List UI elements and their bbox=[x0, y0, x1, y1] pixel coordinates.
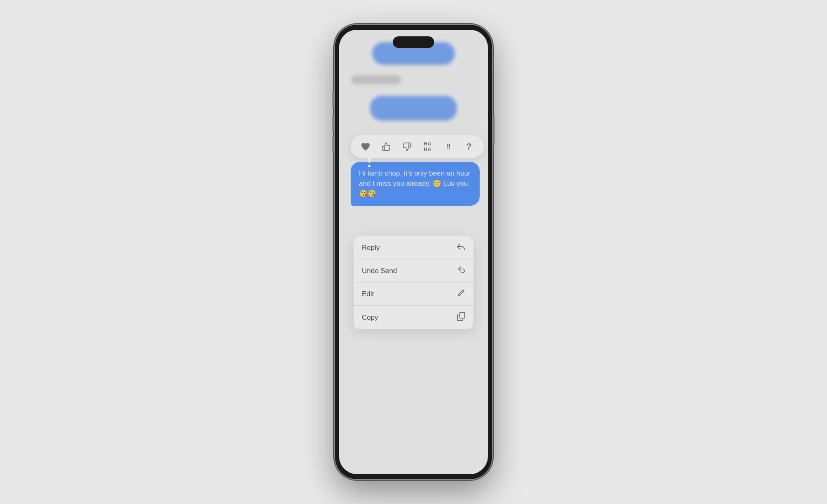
phone-screen: HA HA !! ? Hi lamb chop, it's only been … bbox=[339, 30, 488, 474]
screen-overlay bbox=[339, 30, 488, 474]
phone-frame: HA HA !! ? Hi lamb chop, it's only been … bbox=[335, 25, 492, 479]
scene: HA HA !! ? Hi lamb chop, it's only been … bbox=[0, 0, 827, 504]
dynamic-island bbox=[393, 36, 434, 48]
